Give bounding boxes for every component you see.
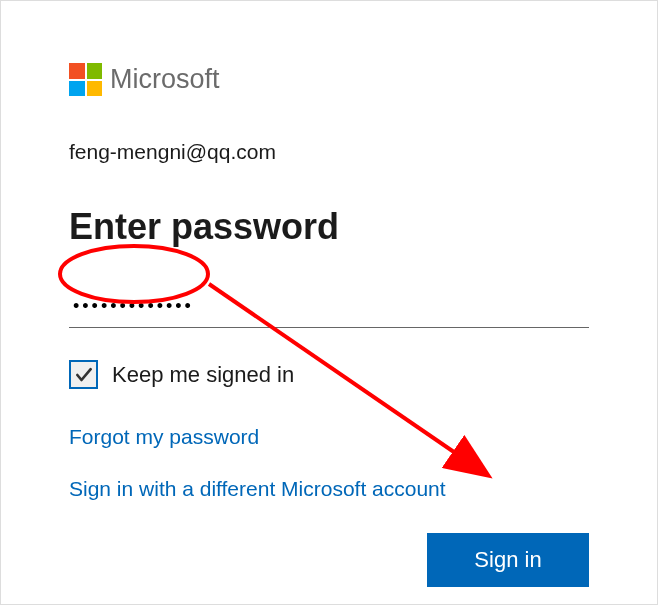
forgot-password-link[interactable]: Forgot my password: [69, 425, 589, 449]
signin-container: Microsoft feng-mengni@qq.com Enter passw…: [1, 1, 657, 605]
keep-signed-in-checkbox[interactable]: [69, 360, 98, 389]
brand-name: Microsoft: [110, 64, 220, 95]
microsoft-logo-icon: [69, 63, 102, 96]
account-email: feng-mengni@qq.com: [69, 140, 589, 164]
different-account-link[interactable]: Sign in with a different Microsoft accou…: [69, 477, 589, 501]
page-title: Enter password: [69, 206, 589, 248]
logo-row: Microsoft: [69, 63, 589, 96]
checkmark-icon: [74, 365, 94, 385]
password-input[interactable]: [69, 292, 589, 328]
keep-signed-in-row: Keep me signed in: [69, 360, 589, 389]
button-row: Sign in: [69, 533, 589, 587]
keep-signed-in-label: Keep me signed in: [112, 362, 294, 388]
signin-button[interactable]: Sign in: [427, 533, 589, 587]
